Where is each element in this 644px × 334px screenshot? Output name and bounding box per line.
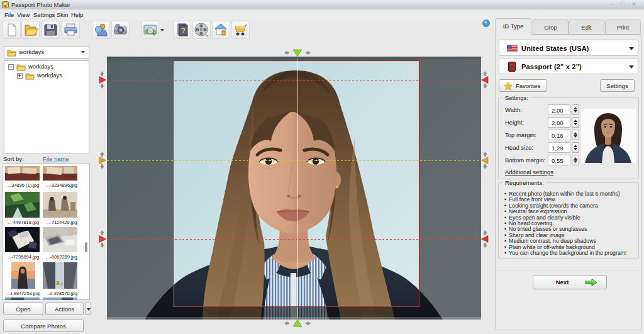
svg-text:?: ? [181,26,186,35]
